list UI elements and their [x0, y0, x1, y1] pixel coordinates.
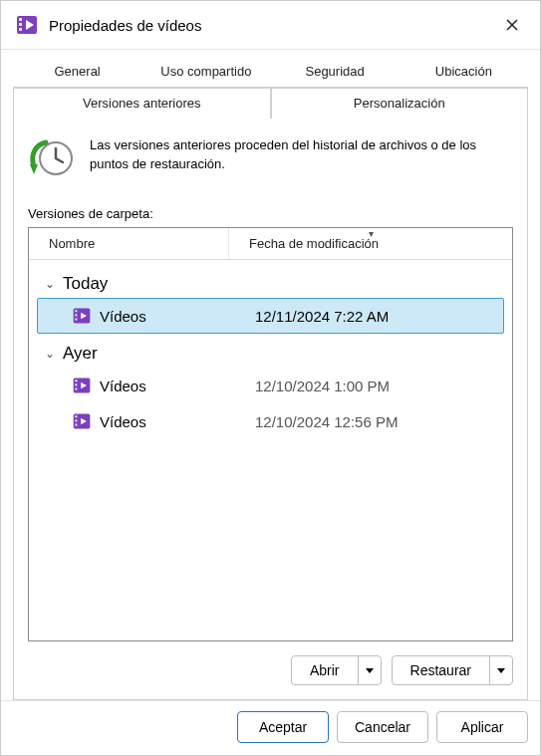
- dialog-button-bar: Aceptar Cancelar Aplicar: [1, 700, 540, 755]
- list-item[interactable]: Vídeos 12/11/2024 7:22 AM: [37, 298, 504, 334]
- group-label: Ayer: [63, 344, 98, 364]
- svg-rect-1: [19, 18, 22, 21]
- svg-marker-22: [366, 668, 374, 673]
- open-button-label: Abrir: [292, 656, 359, 684]
- window-title: Propiedades de vídeos: [49, 17, 498, 34]
- item-date: 12/10/2024 1:00 PM: [255, 378, 495, 394]
- info-text: Las versiones anteriores proceden del hi…: [90, 134, 513, 174]
- svg-rect-3: [19, 28, 22, 31]
- tab-location[interactable]: Ubicación: [400, 58, 528, 88]
- tab-sharing[interactable]: Uso compartido: [141, 58, 270, 88]
- tab-personalization[interactable]: Personalización: [271, 88, 529, 119]
- svg-rect-14: [75, 379, 77, 381]
- apply-button[interactable]: Aplicar: [436, 711, 528, 743]
- restore-button-dropdown[interactable]: [490, 656, 512, 684]
- column-header-modified-label: Fecha de modificación: [249, 236, 379, 251]
- chevron-down-icon: ⌄: [43, 347, 57, 361]
- info-row: Las versiones anteriores proceden del hi…: [28, 134, 513, 182]
- column-header-modified[interactable]: ▾ Fecha de modificación: [228, 228, 512, 259]
- restore-button[interactable]: Restaurar: [392, 655, 513, 685]
- tab-general[interactable]: General: [13, 58, 141, 88]
- svg-marker-23: [497, 668, 505, 673]
- column-header-name[interactable]: Nombre: [29, 228, 228, 259]
- videos-folder-icon: [72, 306, 92, 326]
- svg-rect-11: [75, 319, 77, 321]
- svg-rect-15: [75, 383, 77, 385]
- svg-rect-16: [75, 388, 77, 390]
- item-date: 12/10/2024 12:56 PM: [255, 413, 495, 430]
- sort-caret-icon: ▾: [369, 228, 374, 239]
- close-button[interactable]: [498, 11, 526, 39]
- item-name: Vídeos: [100, 308, 247, 325]
- group-header-today[interactable]: ⌄ Today: [37, 270, 504, 298]
- list-item[interactable]: Vídeos 12/10/2024 12:56 PM: [37, 403, 504, 439]
- chevron-down-icon: ⌄: [43, 277, 57, 291]
- svg-rect-10: [75, 314, 77, 316]
- videos-folder-icon: [72, 411, 92, 431]
- videos-folder-icon: [72, 376, 92, 395]
- svg-rect-21: [75, 424, 77, 426]
- ok-button[interactable]: Aceptar: [237, 711, 329, 743]
- svg-rect-2: [19, 23, 22, 26]
- list-item[interactable]: Vídeos 12/10/2024 1:00 PM: [37, 368, 504, 403]
- open-button[interactable]: Abrir: [291, 655, 382, 685]
- tab-content: Las versiones anteriores proceden del hi…: [13, 119, 528, 700]
- item-name: Vídeos: [100, 378, 247, 394]
- svg-rect-19: [75, 415, 77, 417]
- group-label: Today: [63, 274, 108, 294]
- open-button-dropdown[interactable]: [359, 656, 381, 684]
- action-row: Abrir Restaurar: [28, 655, 513, 685]
- tab-previous-versions[interactable]: Versiones anteriores: [13, 88, 271, 119]
- tab-strip: General Uso compartido Seguridad Ubicaci…: [1, 50, 540, 119]
- svg-rect-9: [75, 310, 77, 312]
- section-label: Versiones de carpeta:: [28, 206, 513, 221]
- tab-security[interactable]: Seguridad: [271, 58, 400, 88]
- item-name: Vídeos: [100, 413, 247, 430]
- list-header: Nombre ▾ Fecha de modificación: [29, 228, 512, 260]
- svg-rect-20: [75, 419, 77, 421]
- cancel-button[interactable]: Cancelar: [337, 711, 428, 743]
- videos-folder-icon: [15, 13, 39, 37]
- svg-marker-6: [30, 164, 38, 174]
- restore-button-label: Restaurar: [393, 656, 490, 684]
- versions-list: Nombre ▾ Fecha de modificación ⌄ Today V…: [28, 227, 513, 641]
- item-date: 12/11/2024 7:22 AM: [255, 308, 495, 325]
- group-header-yesterday[interactable]: ⌄ Ayer: [37, 340, 504, 368]
- list-body[interactable]: ⌄ Today Vídeos 12/11/2024 7:22 AM ⌄ Ayer: [29, 260, 512, 640]
- title-bar: Propiedades de vídeos: [1, 1, 540, 50]
- clock-restore-icon: [28, 134, 76, 182]
